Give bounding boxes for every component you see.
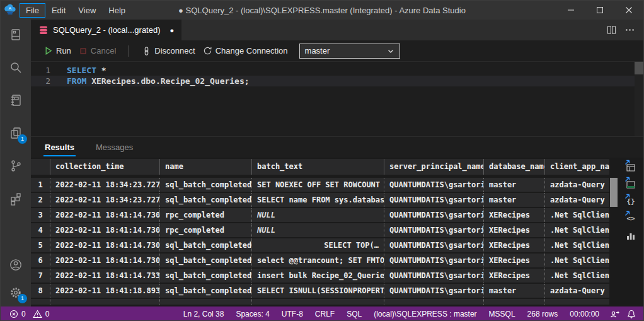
cell-client_app_name[interactable]: .Net SqlClient D	[544, 223, 609, 237]
sidebar-item-explorer[interactable]: 1	[8, 125, 23, 141]
visualize-chart-button[interactable]	[625, 228, 636, 240]
status-language-mode[interactable]: SQL	[347, 310, 362, 318]
cell-database_name[interactable]: master	[483, 284, 544, 298]
sidebar-item-settings[interactable]: 1	[8, 285, 23, 300]
cell-batch_text[interactable]: SELECT ISNULL(SESSIONPROPERT…	[251, 284, 384, 298]
cell-client_app_name[interactable]: .Net SqlClient D	[544, 238, 609, 252]
cell-collection_time[interactable]: 2022-02-11 18:41:14.730	[50, 223, 159, 237]
menu-file[interactable]: File	[20, 3, 45, 18]
cell-server_principal_name[interactable]: QUANTUMDATIS\gsartori	[384, 254, 483, 267]
save-as-json-button[interactable]: {}	[625, 194, 636, 206]
cell-server_principal_name[interactable]: QUANTUMDATIS\gsartori	[384, 208, 483, 222]
disconnect-button[interactable]: Disconnect	[138, 44, 198, 58]
column-header-batch_text[interactable]: batch_text	[251, 159, 384, 175]
cell-batch_text[interactable]: select @@trancount; SET FMTO…	[251, 254, 384, 267]
row-number[interactable]: 6	[31, 254, 50, 267]
row-number[interactable]: 3	[31, 208, 50, 222]
close-button[interactable]	[614, 1, 643, 20]
row-number[interactable]: 2	[31, 193, 50, 207]
sidebar-item-connections[interactable]	[8, 27, 23, 42]
code-editor[interactable]: 1SELECT *2FROM XERecipes.dbo.Recipe_02_Q…	[31, 62, 643, 136]
save-as-xml-button[interactable]: <>	[625, 211, 636, 223]
save-as-csv-button[interactable]	[625, 160, 636, 172]
cell-name[interactable]: sql_batch_completed	[159, 178, 251, 192]
row-number[interactable]: 5	[31, 238, 50, 252]
grid-scrollbar[interactable]	[609, 178, 618, 306]
cell-client_app_name[interactable]: azdata-Query	[544, 178, 609, 192]
run-button[interactable]: Run	[40, 44, 75, 57]
tab-messages[interactable]: Messages	[95, 139, 134, 156]
change-connection-button[interactable]: Change Connection	[199, 44, 292, 57]
maximize-button[interactable]	[585, 1, 614, 20]
editor-line[interactable]: 2FROM XERecipes.dbo.Recipe_02_Queries;	[31, 76, 643, 86]
cell-database_name[interactable]: XERecipes	[483, 208, 544, 222]
cell-name[interactable]: sql_batch_completed	[159, 254, 251, 267]
column-header-name[interactable]: name	[159, 159, 251, 175]
notifications-button[interactable]	[627, 310, 636, 318]
status-elapsed-time[interactable]: 00:00:00	[570, 310, 599, 318]
cell-client_app_name[interactable]: .Net SqlClient D	[544, 254, 609, 267]
cell-collection_time[interactable]: 2022-02-11 18:41:14.730	[50, 254, 159, 267]
editor-tab[interactable]: SQLQuery_2 - (local...grated) ●	[31, 20, 181, 40]
sidebar-item-search[interactable]	[8, 60, 23, 75]
row-number[interactable]: 1	[31, 178, 50, 192]
database-dropdown[interactable]: master	[299, 44, 400, 59]
status-encoding[interactable]: UTF-8	[282, 310, 303, 318]
feedback-button[interactable]	[609, 310, 619, 318]
menu-edit[interactable]: Edit	[45, 3, 72, 18]
cell-batch_text[interactable]: SELECT name FROM sys.databas…	[251, 193, 384, 207]
cell-batch_text[interactable]: NULL	[251, 208, 384, 222]
cell-client_app_name[interactable]: .Net SqlClient D	[544, 208, 609, 222]
tab-results[interactable]: Results	[43, 139, 76, 156]
column-header-server_principal_name[interactable]: server_principal_name	[384, 159, 483, 175]
cell-name[interactable]: sql_batch_completed	[159, 269, 251, 283]
save-as-excel-button[interactable]	[625, 177, 636, 189]
cell-batch_text[interactable]: SET NOEXEC OFF SET ROWCOUNT …	[251, 178, 384, 192]
cell-server_principal_name[interactable]: QUANTUMDATIS\gsartori	[384, 269, 483, 283]
cell-client_app_name[interactable]: azdata-Query	[544, 193, 609, 207]
cell-name[interactable]: sql_batch_completed	[159, 284, 251, 298]
status-connection[interactable]: (local)\SQLEXPRESS : master	[374, 310, 476, 318]
cell-name[interactable]: rpc_completed	[159, 223, 251, 237]
cell-collection_time[interactable]: 2022-02-11 18:41:14.730	[50, 238, 159, 252]
cell-batch_text[interactable]: insert bulk Recipe_02_Querie…	[251, 269, 384, 283]
row-number[interactable]: 7	[31, 269, 50, 283]
cell-client_app_name[interactable]: .Net SqlClient D	[544, 269, 609, 283]
cell-database_name[interactable]: XERecipes	[483, 238, 544, 252]
cell-collection_time[interactable]: 2022-02-11 18:41:14.730	[50, 208, 159, 222]
column-header-database_name[interactable]: database_name	[483, 159, 544, 175]
menu-view[interactable]: View	[72, 3, 102, 18]
sidebar-item-extensions[interactable]	[8, 191, 23, 206]
cell-database_name[interactable]: XERecipes	[483, 254, 544, 267]
sidebar-item-source-control[interactable]	[8, 158, 23, 173]
cell-server_principal_name[interactable]: QUANTUMDATIS\gsartori	[384, 223, 483, 237]
cell-server_principal_name[interactable]: QUANTUMDATIS\gsartori	[384, 238, 483, 252]
cell-collection_time[interactable]: 2022-02-11 18:41:14.733	[50, 269, 159, 283]
status-provider[interactable]: MSSQL	[489, 310, 515, 318]
cell-batch_text[interactable]: NULL	[251, 223, 384, 237]
row-number[interactable]: 8	[31, 284, 50, 298]
cell-database_name[interactable]: XERecipes	[483, 223, 544, 237]
editor-line[interactable]: 1SELECT *	[31, 65, 643, 76]
cell-database_name[interactable]: master	[483, 178, 544, 192]
cell-database_name[interactable]: master	[483, 193, 544, 207]
status-indentation[interactable]: Spaces: 4	[236, 310, 269, 318]
cell-name[interactable]: rpc_completed	[159, 208, 251, 222]
cell-batch_text[interactable]: SELECT TOP(…	[251, 238, 384, 252]
problems-indicator[interactable]: 0 0	[9, 310, 53, 318]
editor-scrollbar[interactable]	[635, 62, 643, 136]
status-eol[interactable]: CRLF	[315, 310, 335, 318]
cell-collection_time[interactable]: 2022-02-11 18:34:23.727	[50, 178, 159, 192]
minimize-button[interactable]	[556, 1, 585, 20]
status-cursor-position[interactable]: Ln 2, Col 38	[183, 310, 224, 318]
status-row-count[interactable]: 268 rows	[527, 310, 558, 318]
cell-server_principal_name[interactable]: QUANTUMDATIS\gsartori	[384, 284, 483, 298]
cell-collection_time[interactable]: 2022-02-11 18:34:23.727	[50, 193, 159, 207]
cell-server_principal_name[interactable]: QUANTUMDATIS\gsartori	[384, 193, 483, 207]
cell-name[interactable]: sql_batch_completed	[159, 238, 251, 252]
cell-collection_time[interactable]: 2022-02-11 18:41:18.893	[50, 284, 159, 298]
menu-help[interactable]: Help	[102, 3, 132, 18]
column-header-collection_time[interactable]: collection_time	[50, 159, 159, 175]
sidebar-item-notebooks[interactable]	[8, 93, 23, 108]
more-actions-button[interactable]	[625, 25, 635, 35]
